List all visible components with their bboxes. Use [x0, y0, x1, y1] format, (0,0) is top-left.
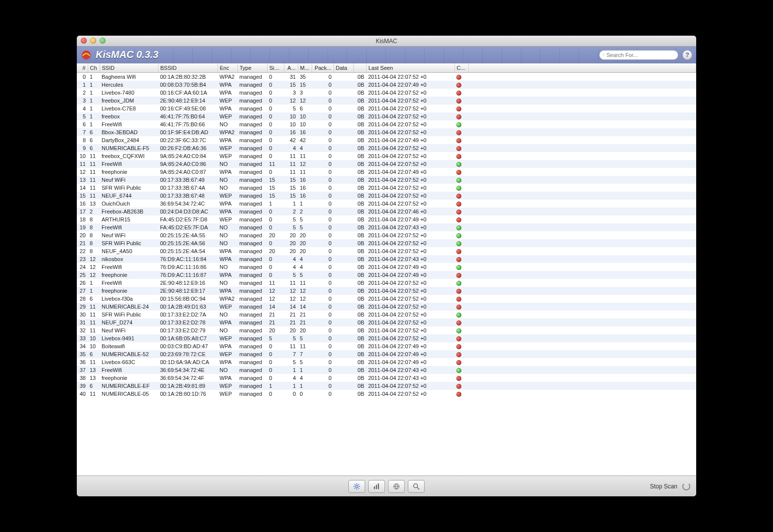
table-row[interactable]: 1411SFR WiFi Public00:17:33:3B:67:4ANOma…	[77, 184, 696, 192]
cell-sig: 11	[267, 160, 284, 168]
cell-last: 2011-04-04 22:07:52 +0	[366, 160, 454, 168]
table-row[interactable]: 3011SFR WiFi Public00:17:33:E2:D2:7ANOma…	[77, 311, 696, 319]
details-button[interactable]	[408, 480, 425, 493]
col-ssid[interactable]: SSID	[100, 63, 158, 73]
table-row[interactable]: 11Hercules00:08:D3:70:5B:B4WPAmanaged015…	[77, 81, 696, 89]
table-row[interactable]: 1613OuichOuich36:69:54:34:72:4CWPAmanage…	[77, 200, 696, 208]
cell-sig: 0	[267, 208, 284, 215]
col-type[interactable]: Type	[237, 63, 267, 73]
map-button[interactable]	[388, 480, 405, 493]
table-row[interactable]: 1111FreeWifi9A:85:24:A0:C0:86NOmanaged11…	[77, 160, 696, 168]
table-row[interactable]: 198FreeWifiFA:45:D2:E5:7F:DANOmanaged055…	[77, 223, 696, 231]
table-row[interactable]: 208Neuf WiFi00:25:15:2E:4A:55NOmanaged20…	[77, 231, 696, 239]
cell-gap: 0B	[353, 192, 366, 200]
table-row[interactable]: 3310Livebox-949100:1A:6B:05:A8:C7WEPmana…	[77, 334, 696, 342]
window-title: KisMAC	[376, 38, 397, 45]
table-row[interactable]: 172Freebox-AB263B00:24:D4:D3:D8:ACWPAman…	[77, 208, 696, 215]
cell-gap: 0B	[353, 97, 366, 105]
col-last[interactable]: Last Seen	[366, 63, 454, 73]
table-row[interactable]: 86DartyBox_248400:22:3F:6C:33:7CWPAmanag…	[77, 136, 696, 144]
cell-status	[454, 105, 468, 112]
cell-gap: 0B	[353, 287, 366, 295]
table-row[interactable]: 01Bagheera Wifi00:1A:2B:80:32:2BWPA2mana…	[77, 73, 696, 81]
col-enc[interactable]: Enc	[218, 63, 237, 73]
table-row[interactable]: 286Livebox-f30a00:15:56:8B:0C:94WPA2mana…	[77, 295, 696, 303]
cell-blank	[468, 247, 696, 255]
cell-a: 3	[284, 89, 298, 97]
cell-ch: 1	[88, 73, 100, 81]
col-num[interactable]: #	[77, 63, 88, 73]
cell-bssid: 46:41:7F:75:B0:66	[158, 120, 218, 128]
cell-a: 15	[284, 192, 298, 200]
stop-scan-button[interactable]: Stop Scan	[650, 483, 677, 490]
table-row[interactable]: 51freebox46:41:7F:75:B0:64WEPmanaged0101…	[77, 112, 696, 120]
table-row[interactable]: 76Bbox-3EBDAD00:1F:9F:E4:DB:ADWPA2manage…	[77, 128, 696, 136]
titlebar[interactable]: KisMAC	[77, 36, 696, 47]
table-row[interactable]: 188ARTHUR15FA:45:D2:E5:7F:D8WEPmanaged05…	[77, 215, 696, 223]
cell-status	[454, 342, 468, 350]
table-row[interactable]: 1011freebox_CQFXWI9A:85:24:A0:C0:84WEPma…	[77, 152, 696, 160]
table-row[interactable]: 61FreeWifi46:41:7F:75:B0:66NOmanaged0101…	[77, 120, 696, 128]
col-m[interactable]: M...	[298, 63, 312, 73]
close-icon[interactable]	[81, 38, 87, 44]
status-dot-icon	[456, 202, 461, 207]
table-row[interactable]: 396NUMERICABLE-EF00:1A:2B:49:81:89WEPman…	[77, 382, 696, 390]
table-row[interactable]: 1211freephonie9A:85:24:A0:C0:87WPAmanage…	[77, 168, 696, 176]
col-sig[interactable]: Sig...	[267, 63, 284, 73]
cell-data	[333, 223, 353, 231]
table-row[interactable]: 4011NUMERICABLE-0500:1A:2B:80:1D:76WEPma…	[77, 390, 696, 398]
cell-blank	[468, 208, 696, 215]
col-gap[interactable]	[353, 63, 366, 73]
cell-sig: 0	[267, 81, 284, 89]
cell-a: 10	[284, 120, 298, 128]
settings-button[interactable]	[348, 480, 365, 493]
table-row[interactable]: 3813freephonie36:69:54:34:72:4FWPAmanage…	[77, 374, 696, 382]
search-field[interactable]	[599, 50, 678, 60]
table-row[interactable]: 2911NUMERICABLE-2400:1A:2B:49:D1:63WEPma…	[77, 303, 696, 311]
table-row[interactable]: 3713FreeWifi36:69:54:34:72:4ENOmanaged01…	[77, 366, 696, 374]
table-row[interactable]: 228NEUF_4A5000:25:15:2E:4A:54WPAmanaged2…	[77, 247, 696, 255]
cell-sig: 20	[267, 231, 284, 239]
zoom-icon[interactable]	[100, 38, 106, 44]
help-button[interactable]: ?	[682, 50, 692, 60]
cell-blank	[468, 73, 696, 81]
table-row[interactable]: 1511NEUF_674400:17:33:3B:67:48WEPmanaged…	[77, 192, 696, 200]
graph-button[interactable]	[368, 480, 385, 493]
table-row[interactable]: 3211Neuf WiFi00:17:33:E2:D2:79NOmanaged2…	[77, 326, 696, 334]
col-a[interactable]: A...	[284, 63, 298, 73]
minimize-icon[interactable]	[90, 38, 96, 44]
col-pack[interactable]: Pack...	[312, 63, 333, 73]
table-row[interactable]: 1311Neuf WiFi00:17:33:3B:67:49NOmanaged1…	[77, 176, 696, 184]
table-row[interactable]: 271freephonie2E:90:48:12:E9:17WPAmanaged…	[77, 287, 696, 295]
table-row[interactable]: 3611Livebox-663C00:1D:6A:9A:AD:CAWPAmana…	[77, 358, 696, 366]
table-row[interactable]: 21Livebox-748000:16:CF:AA:60:1AWPAmanage…	[77, 89, 696, 97]
cell-a: 1	[284, 382, 298, 390]
col-bssid[interactable]: BSSID	[158, 63, 218, 73]
search-input[interactable]	[607, 52, 675, 58]
cell-ch: 11	[88, 176, 100, 184]
cell-ch: 1	[88, 81, 100, 89]
table-row[interactable]: 2312nikosbox76:D9:AC:11:16:84WPAmanaged0…	[77, 255, 696, 263]
cell-pack: 0	[312, 334, 333, 342]
cell-blank	[468, 112, 696, 120]
col-data[interactable]: Data	[333, 63, 353, 73]
cell-m: 42	[298, 136, 312, 144]
cell-last: 2011-04-04 22:07:52 +0	[366, 200, 454, 208]
table-row[interactable]: 356NUMERICABLE-5200:23:69:78:72:CEWEPman…	[77, 350, 696, 358]
cell-status	[454, 287, 468, 295]
table-row[interactable]: 261FreeWifi2E:90:48:12:E9:16NOmanaged111…	[77, 279, 696, 287]
table-row[interactable]: 218SFR WiFi Public00:25:15:2E:4A:56NOman…	[77, 239, 696, 247]
table-row[interactable]: 31freebox_JDM2E:90:48:12:E9:14WEPmanaged…	[77, 97, 696, 105]
network-table-area[interactable]: # Ch SSID BSSID Enc Type Sig... A... M..…	[77, 63, 696, 476]
col-ch[interactable]: Ch	[88, 63, 100, 73]
col-blank[interactable]	[468, 63, 696, 73]
col-c[interactable]: C...	[454, 63, 468, 73]
table-row[interactable]: 2512freephonie76:D9:AC:11:16:87WPAmanage…	[77, 271, 696, 279]
table-row[interactable]: 2412FreeWifi76:D9:AC:11:16:86NOmanaged04…	[77, 263, 696, 271]
cell-a: 15	[284, 81, 298, 89]
table-row[interactable]: 3111NEUF_D27400:17:33:E2:D2:78WPAmanaged…	[77, 319, 696, 326]
table-row[interactable]: 96NUMERICABLE-F500:26:F2:DB:A6:36WEPmana…	[77, 144, 696, 152]
cell-bssid: 00:17:33:E2:D2:79	[158, 326, 218, 334]
table-row[interactable]: 41Livebox-C7E800:16:CF:49:5E:08WPAmanage…	[77, 105, 696, 112]
table-row[interactable]: 3410Boiteawifi00:03:C9:BD:AD:47WPAmanage…	[77, 342, 696, 350]
